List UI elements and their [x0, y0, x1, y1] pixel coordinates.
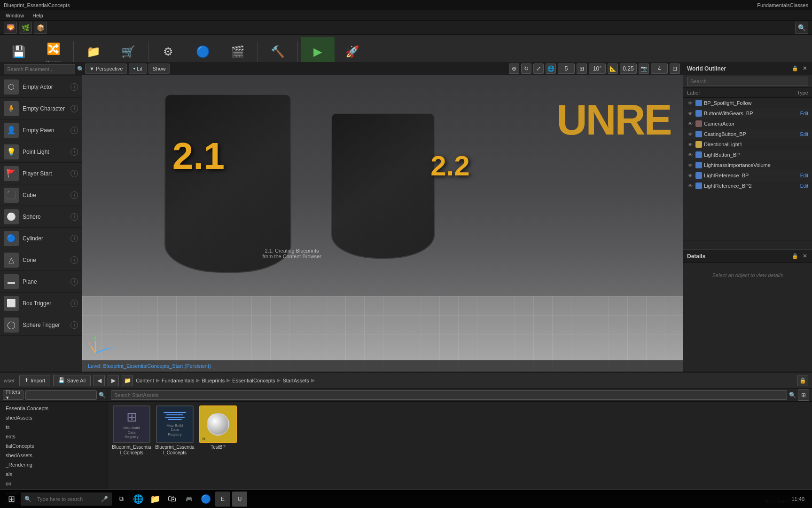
visibility-toggle[interactable]: 👁: [687, 172, 694, 179]
import-button[interactable]: ⬆ Import: [19, 375, 50, 386]
crumb-essentialconcepts[interactable]: EssentialConcepts: [232, 378, 275, 383]
visibility-toggle[interactable]: 👁: [687, 131, 694, 137]
placement-item-info[interactable]: i: [70, 83, 78, 91]
viewport[interactable]: ▼ Perspective ● Lit Show ⊕ ↻ ⤢ 🌐 5 ⊞ 10°…: [82, 62, 683, 372]
asset-filter-icon[interactable]: ⊞: [798, 389, 809, 401]
camera-speed-ctrl[interactable]: 5: [558, 64, 575, 74]
visibility-toggle[interactable]: 👁: [687, 100, 694, 106]
taskbar-epic2-icon[interactable]: E: [215, 492, 230, 507]
menu-help[interactable]: Help: [29, 10, 47, 21]
crumb-startassets[interactable]: StartAssets: [282, 378, 309, 383]
outliner-search-input[interactable]: [687, 77, 808, 86]
placement-item-empty-character[interactable]: 🧍 Empty Character i: [0, 98, 82, 119]
menu-window[interactable]: Window: [2, 10, 28, 21]
outliner-item[interactable]: 👁 CastingButton_BP Edit: [683, 129, 812, 139]
angle-snap-icon[interactable]: 📐: [608, 64, 618, 74]
placement-item-cylinder[interactable]: 🔵 Cylinder i: [0, 228, 82, 249]
grid-size-ctrl[interactable]: 10°: [589, 64, 606, 74]
placement-item-info[interactable]: i: [70, 127, 78, 134]
placement-item-info[interactable]: i: [70, 148, 78, 156]
folder-item[interactable]: _Rendering: [0, 460, 108, 469]
placement-item-info[interactable]: i: [70, 170, 78, 177]
taskbar-chrome-icon[interactable]: 🔵: [198, 492, 213, 507]
scale-icon[interactable]: ⤢: [533, 64, 544, 74]
placement-item-info[interactable]: i: [70, 278, 78, 286]
fov-ctrl[interactable]: 4: [651, 64, 668, 74]
rotate-icon[interactable]: ↻: [521, 64, 531, 74]
placement-item-info[interactable]: i: [70, 235, 78, 242]
placement-item-plane[interactable]: ▬ Plane i: [0, 271, 82, 293]
folder-item[interactable]: tialConcepts: [0, 441, 108, 451]
placement-item-sphere-trigger[interactable]: ◯ Sphere Trigger i: [0, 314, 82, 336]
placement-item-cube[interactable]: ⬛ Cube i: [0, 184, 82, 206]
filters-btn[interactable]: Filters ▾: [3, 390, 23, 400]
lit-btn[interactable]: ● Lit: [129, 64, 146, 74]
save-all-button[interactable]: 💾 Save All: [53, 375, 91, 386]
show-btn[interactable]: Show: [148, 64, 170, 74]
outliner-item[interactable]: 👁 DirectionalLight1: [683, 139, 812, 150]
outliner-item[interactable]: 👁 LightReference_BP Edit: [683, 170, 812, 181]
placement-item-info[interactable]: i: [70, 321, 78, 329]
placement-item-info[interactable]: i: [70, 105, 78, 112]
outliner-item[interactable]: 👁 LightReference_BP2 Edit: [683, 181, 812, 191]
taskbar-epic-icon[interactable]: 🎮: [181, 492, 196, 507]
mode-icon-2[interactable]: 🌿: [19, 22, 32, 34]
crumb-fundamentals[interactable]: Fundamentals: [162, 378, 195, 383]
camera-icon[interactable]: 📷: [639, 64, 649, 74]
outliner-item[interactable]: 👁 BP_Spotlight_Follow: [683, 98, 812, 108]
folder-item[interactable]: EssentialConcepts: [0, 404, 108, 413]
filter-search-input[interactable]: [25, 390, 97, 400]
folder-item[interactable]: ents: [0, 432, 108, 441]
viewport-canvas[interactable]: 2.1 2.2 UNRE 2.1. Creating Blueprints fr…: [82, 75, 683, 372]
placement-item-empty-pawn[interactable]: 👤 Empty Pawn i: [0, 119, 82, 141]
taskbar-edge-icon[interactable]: 🌐: [131, 492, 146, 507]
outliner-item[interactable]: 👁 ButtonWithGears_BP Edit: [683, 108, 812, 119]
search-icon[interactable]: 🔍: [795, 22, 808, 34]
folder-item[interactable]: als: [0, 469, 108, 479]
placement-item-info[interactable]: i: [70, 213, 78, 221]
nav-forward-btn[interactable]: ▶: [108, 375, 119, 386]
outliner-item[interactable]: 👁 CameraActor: [683, 119, 812, 129]
placement-item-cone[interactable]: △ Cone i: [0, 249, 82, 271]
transform-icon[interactable]: ⊕: [509, 64, 519, 74]
placement-item-point-light[interactable]: 💡 Point Light i: [0, 141, 82, 163]
taskbar-store-icon[interactable]: 🛍: [164, 492, 180, 507]
placement-item-info[interactable]: i: [70, 191, 78, 199]
folder-item[interactable]: ts: [0, 422, 108, 432]
asset-search-icon[interactable]: 🔍: [789, 392, 796, 398]
taskbar-windows-icon[interactable]: ⊞: [4, 492, 19, 507]
asset-search-input[interactable]: [111, 390, 787, 400]
visibility-toggle[interactable]: 👁: [687, 151, 694, 158]
visibility-toggle[interactable]: 👁: [687, 120, 694, 127]
filter-search-icon[interactable]: 🔍: [99, 392, 106, 398]
crumb-content[interactable]: Content: [136, 378, 154, 383]
taskbar-ue-icon[interactable]: U: [232, 492, 247, 507]
placement-item-empty-actor[interactable]: ⬡ Empty Actor i: [0, 76, 82, 98]
visibility-toggle[interactable]: 👁: [687, 110, 694, 117]
cb-lock-btn[interactable]: 🔒: [797, 375, 808, 386]
placement-item-box-trigger[interactable]: ⬜ Box Trigger i: [0, 293, 82, 314]
perspective-btn[interactable]: ▼ Perspective: [85, 64, 127, 74]
details-close-btn[interactable]: ✕: [801, 253, 808, 260]
snap-icon[interactable]: ⊞: [577, 64, 587, 74]
outliner-item[interactable]: 👁 LightButton_BP: [683, 150, 812, 160]
details-lock-btn[interactable]: 🔒: [791, 253, 799, 260]
outliner-item[interactable]: 👁 LightmassImportanceVolume: [683, 160, 812, 170]
taskbar-search-input[interactable]: [33, 494, 99, 504]
visibility-toggle[interactable]: 👁: [687, 141, 694, 148]
asset-tile[interactable]: ⚙ TestBP: [198, 405, 238, 456]
mode-icon-1[interactable]: 🌄: [4, 22, 17, 34]
crumb-blueprints[interactable]: Blueprints: [202, 378, 225, 383]
mode-icon-3[interactable]: 📦: [34, 22, 47, 34]
world-icon[interactable]: 🌐: [546, 64, 556, 74]
taskbar-explorer-icon[interactable]: 📁: [148, 492, 163, 507]
placement-item-info[interactable]: i: [70, 256, 78, 264]
asset-tile[interactable]: Map BuildDataRegistry Blueprint_Essentia…: [155, 405, 195, 456]
visibility-toggle[interactable]: 👁: [687, 183, 694, 189]
taskbar-search-area[interactable]: 🔍 🎤: [21, 492, 112, 506]
snap-val-ctrl[interactable]: 0.25: [620, 64, 637, 74]
folder-item[interactable]: shedAssets: [0, 451, 108, 460]
outliner-close-btn[interactable]: ✕: [801, 65, 808, 72]
maximize-icon[interactable]: ⊡: [670, 64, 680, 74]
asset-tile[interactable]: ⊞ Map BuildDataRegistry Blueprint_Essent…: [112, 405, 151, 456]
